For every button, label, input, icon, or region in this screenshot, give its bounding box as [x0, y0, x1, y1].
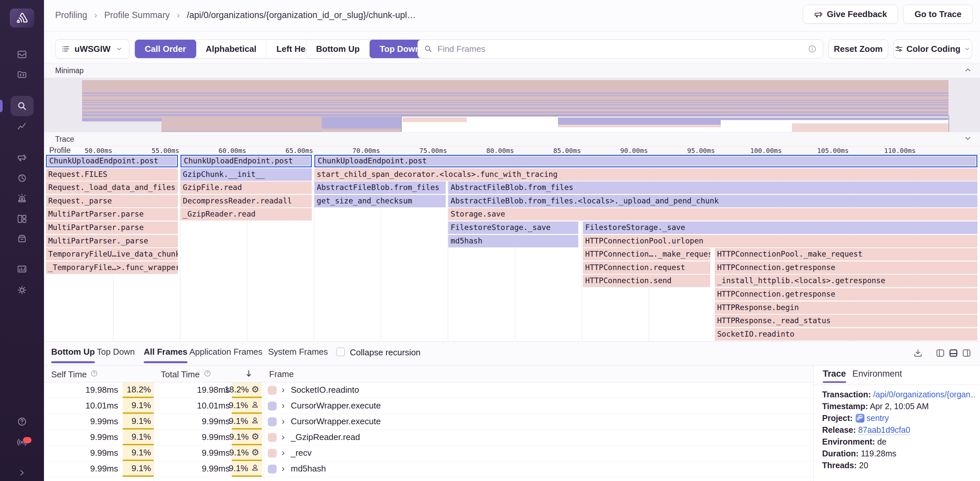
transaction-link[interactable]: /api/0/organizations/{organ…: [873, 390, 975, 399]
flame-frame[interactable]: HTTPConnection.getresponse: [715, 262, 977, 274]
sidebar-item-projects-code-icon[interactable]: [16, 69, 27, 80]
sidebar-item-settings-gear-icon[interactable]: [16, 284, 27, 295]
thread-selector-dropdown[interactable]: uWSGIWor…: [55, 40, 129, 59]
sidebar-item-dashboards-grid-icon[interactable]: [16, 213, 27, 224]
sidebar-item-insights-chart-icon[interactable]: [16, 121, 27, 133]
flame-frame[interactable]: _install_httplib.<locals>.getresponse: [715, 275, 977, 287]
table-row[interactable]: 9.99ms9.1%9.99ms9.1%›md5hash: [44, 461, 813, 477]
frame-name[interactable]: _recv: [291, 446, 312, 460]
expand-chevron-icon[interactable]: ›: [282, 414, 285, 429]
reset-zoom-button[interactable]: Reset Zoom: [828, 40, 888, 59]
flame-frame[interactable]: ChunkUploadEndpoint.post: [314, 155, 977, 167]
detail-tab-environment[interactable]: Environment: [852, 369, 902, 379]
sidebar-item-alerts-siren-icon[interactable]: [16, 193, 27, 204]
flame-frame[interactable]: AbstractFileBlob.from_files: [448, 181, 977, 194]
color-coding-dropdown[interactable]: Color Coding: [893, 40, 972, 59]
flame-frame[interactable]: Request.FILES: [46, 168, 178, 181]
table-row[interactable]: 9.99ms9.1%9.99ms9.1%›CursorWrapper.execu…: [44, 414, 813, 430]
layout-bottom-icon[interactable]: [948, 348, 958, 359]
flame-frame[interactable]: FilestoreStorage._save: [583, 221, 977, 234]
flame-frame[interactable]: ChunkUploadEndpoint.post: [46, 155, 178, 167]
collapse-up-icon[interactable]: [964, 66, 972, 75]
sort-call-order[interactable]: Call Order: [135, 40, 196, 59]
flame-frame[interactable]: AbstractFileBlob.from_files.<locals>._up…: [448, 195, 977, 207]
flame-frame[interactable]: HTTPConnection.request: [583, 262, 710, 274]
flame-frame[interactable]: HTTPConnectionPool._make_request: [715, 248, 977, 260]
flame-frame[interactable]: MultiPartParser.parse: [46, 221, 178, 234]
col-self-time[interactable]: Self Time: [51, 369, 99, 380]
tab-application-frames[interactable]: Application Frames: [189, 347, 262, 357]
layout-right-icon[interactable]: [962, 348, 972, 359]
expand-chevron-icon[interactable]: ›: [282, 383, 285, 397]
sort-alphabetical[interactable]: Alphabetical: [196, 40, 267, 58]
flame-frame[interactable]: _TemporaryFile…>.func_wrapper: [46, 262, 178, 274]
flame-frame[interactable]: Storage.save: [448, 208, 977, 221]
sidebar-item-help-question-icon[interactable]: [16, 416, 27, 427]
flame-frame[interactable]: SocketIO.readinto: [715, 328, 977, 341]
info-icon[interactable]: [808, 44, 817, 54]
project-link[interactable]: sentry: [867, 413, 889, 422]
detail-tab-trace[interactable]: Trace: [823, 369, 846, 379]
go-to-trace-button[interactable]: Go to Trace: [903, 5, 973, 24]
give-feedback-button[interactable]: Give Feedback: [803, 5, 898, 24]
minimap-header[interactable]: Minimap: [44, 63, 980, 78]
minimap[interactable]: [44, 78, 980, 132]
sentry-logo[interactable]: [10, 8, 34, 27]
release-link[interactable]: 87aab1d9cfa0: [858, 425, 910, 435]
table-row[interactable]: 9.99ms9.1%9.99ms9.1%⚙›_recv: [44, 446, 813, 461]
sidebar-item-issues-icon[interactable]: [16, 49, 27, 60]
flame-frame[interactable]: HTTPConnection.send: [583, 275, 710, 287]
collapse-recursion-checkbox[interactable]: [336, 348, 345, 356]
flame-frame[interactable]: HTTPResponse._read_status: [715, 315, 977, 327]
expand-chevron-icon[interactable]: ›: [282, 461, 285, 476]
flame-frame[interactable]: get_size_and_checksum: [314, 195, 446, 207]
flame-frame[interactable]: HTTPConnectionPool.urlopen: [583, 235, 977, 248]
frame-name[interactable]: CursorWrapper.execute: [291, 398, 381, 413]
expand-chevron-icon[interactable]: ›: [282, 430, 285, 444]
export-download-icon[interactable]: [913, 348, 923, 359]
flame-frame[interactable]: HTTPResponse.begin: [715, 302, 977, 314]
collapse-down-icon[interactable]: [964, 134, 972, 144]
frame-name[interactable]: _GzipReader.read: [291, 430, 360, 444]
flame-frame[interactable]: AbstractFileBlob.from_files: [314, 181, 446, 194]
flame-frame[interactable]: HTTPConnection.getresponse: [715, 288, 977, 300]
help-circle-icon[interactable]: [203, 369, 212, 380]
flamegraph[interactable]: ChunkUploadEndpoint.postChunkUploadEndpo…: [44, 155, 980, 341]
table-row[interactable]: 19.98ms18.2%19.98ms18.2%⚙›SocketIO.readi…: [44, 383, 813, 398]
find-frames-search[interactable]: [417, 40, 823, 59]
expand-chevron-icon[interactable]: ›: [282, 398, 285, 413]
flame-frame[interactable]: start_child_span_decorator.<locals>.func…: [314, 168, 977, 181]
col-frame[interactable]: Frame: [269, 369, 294, 379]
frame-name[interactable]: md5hash: [291, 461, 326, 476]
breadcrumb-profile-summary[interactable]: Profile Summary: [104, 10, 170, 20]
flame-frame[interactable]: GzipFile.read: [180, 181, 312, 194]
sidebar-item-feedback-megaphone-icon[interactable]: [16, 152, 27, 163]
flame-frame[interactable]: Request._load_data_and_files: [46, 181, 178, 194]
layout-left-icon[interactable]: [935, 348, 945, 359]
flame-frame[interactable]: FilestoreStorage._save: [448, 221, 578, 234]
flame-frame[interactable]: DecompressReader.readall: [180, 195, 312, 207]
tab-bottom-up[interactable]: Bottom Up: [51, 347, 95, 357]
frame-name[interactable]: SocketIO.readinto: [291, 383, 359, 397]
frame-name[interactable]: CursorWrapper.execute: [291, 414, 381, 429]
help-circle-icon[interactable]: [90, 369, 99, 380]
trace-header[interactable]: Trace: [44, 132, 980, 146]
flame-frame[interactable]: md5hash: [448, 235, 578, 248]
flame-frame[interactable]: _GzipReader.read: [180, 208, 312, 221]
flame-frame[interactable]: GzipChunk.__init__: [180, 168, 312, 181]
col-total-time[interactable]: Total Time: [161, 369, 212, 380]
direction-bottom-up[interactable]: Bottom Up: [306, 40, 370, 58]
search-input[interactable]: [438, 44, 803, 54]
flame-frame[interactable]: TemporaryFileU…ive_data_chunk: [46, 248, 178, 260]
flame-frame[interactable]: Request._parse: [46, 195, 178, 207]
sort-descending-icon[interactable]: [244, 369, 253, 381]
tab-system-frames[interactable]: System Frames: [268, 347, 328, 357]
table-row[interactable]: 10.01ms9.1%10.01ms9.1%›CursorWrapper.exe…: [44, 398, 813, 414]
flame-frame[interactable]: ChunkUploadEndpoint.post: [180, 155, 312, 167]
sidebar-item-releases-clock-icon[interactable]: [16, 173, 27, 184]
flame-frame[interactable]: MultiPartParser.parse: [46, 208, 178, 221]
flame-frame[interactable]: HTTPConnection…._make_request: [583, 248, 710, 260]
sidebar-item-stats-monitor-icon[interactable]: [16, 264, 27, 275]
expand-chevron-icon[interactable]: ›: [282, 446, 285, 460]
table-row[interactable]: 9.99ms9.1%9.99ms9.1%⚙›_GzipReader.read: [44, 430, 813, 446]
